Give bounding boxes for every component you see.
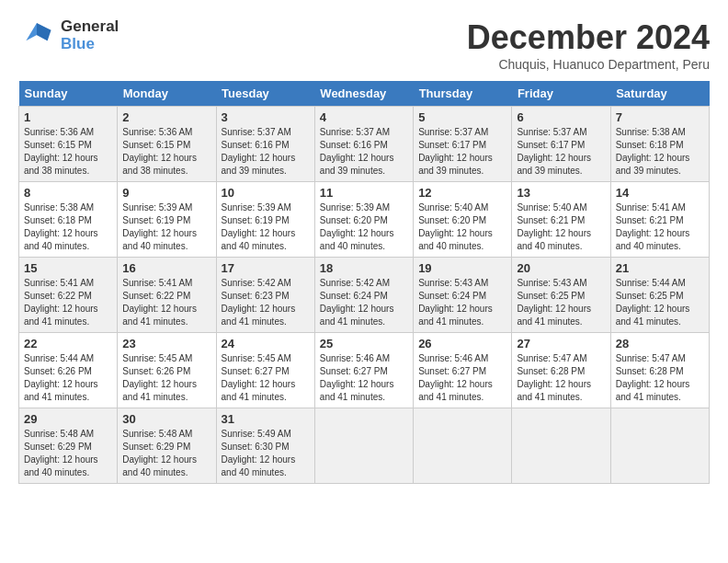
day-info: Sunrise: 5:37 AM Sunset: 6:16 PM Dayligh… — [320, 126, 408, 178]
calendar-week-row: 8Sunrise: 5:38 AM Sunset: 6:18 PM Daylig… — [19, 182, 710, 258]
calendar-cell: 9Sunrise: 5:39 AM Sunset: 6:19 PM Daylig… — [118, 182, 216, 258]
day-number: 26 — [418, 337, 506, 350]
calendar-cell: 31Sunrise: 5:49 AM Sunset: 6:30 PM Dayli… — [216, 408, 314, 484]
day-info: Sunrise: 5:44 AM Sunset: 6:26 PM Dayligh… — [24, 352, 112, 404]
header-day: Tuesday — [216, 81, 314, 107]
day-info: Sunrise: 5:41 AM Sunset: 6:22 PM Dayligh… — [122, 277, 210, 328]
day-info: Sunrise: 5:39 AM Sunset: 6:20 PM Dayligh… — [320, 201, 408, 253]
header-day: Saturday — [610, 81, 709, 107]
day-number: 21 — [616, 261, 704, 275]
day-number: 16 — [122, 261, 210, 275]
day-info: Sunrise: 5:48 AM Sunset: 6:29 PM Dayligh… — [24, 428, 112, 479]
day-info: Sunrise: 5:37 AM Sunset: 6:17 PM Dayligh… — [517, 126, 605, 178]
calendar-cell: 24Sunrise: 5:45 AM Sunset: 6:27 PM Dayli… — [216, 333, 314, 408]
calendar-cell: 22Sunrise: 5:44 AM Sunset: 6:26 PM Dayli… — [19, 333, 118, 408]
day-info: Sunrise: 5:43 AM Sunset: 6:24 PM Dayligh… — [418, 277, 506, 328]
day-number: 15 — [24, 261, 112, 275]
logo-icon — [18, 19, 55, 52]
calendar-cell: 1Sunrise: 5:36 AM Sunset: 6:15 PM Daylig… — [19, 107, 118, 182]
day-info: Sunrise: 5:45 AM Sunset: 6:26 PM Dayligh… — [122, 352, 210, 404]
header-day: Wednesday — [314, 81, 413, 107]
calendar-cell: 29Sunrise: 5:48 AM Sunset: 6:29 PM Dayli… — [19, 408, 118, 484]
calendar-cell: 13Sunrise: 5:40 AM Sunset: 6:21 PM Dayli… — [512, 182, 610, 258]
day-number: 11 — [320, 186, 408, 200]
day-info: Sunrise: 5:36 AM Sunset: 6:15 PM Dayligh… — [122, 126, 210, 178]
day-number: 7 — [616, 110, 704, 124]
logo-text: General Blue — [61, 18, 119, 52]
day-number: 19 — [418, 261, 506, 275]
day-number: 4 — [320, 110, 408, 124]
day-number: 20 — [517, 261, 605, 275]
calendar-cell: 26Sunrise: 5:46 AM Sunset: 6:27 PM Dayli… — [414, 333, 512, 408]
calendar-cell: 14Sunrise: 5:41 AM Sunset: 6:21 PM Dayli… — [610, 182, 709, 258]
calendar-cell: 23Sunrise: 5:45 AM Sunset: 6:26 PM Dayli… — [118, 333, 216, 408]
day-number: 28 — [616, 337, 704, 350]
calendar-cell: 6Sunrise: 5:37 AM Sunset: 6:17 PM Daylig… — [512, 107, 610, 182]
day-info: Sunrise: 5:40 AM Sunset: 6:20 PM Dayligh… — [418, 201, 506, 253]
day-info: Sunrise: 5:47 AM Sunset: 6:28 PM Dayligh… — [616, 352, 704, 404]
day-number: 30 — [122, 412, 210, 426]
calendar-week-row: 22Sunrise: 5:44 AM Sunset: 6:26 PM Dayli… — [19, 333, 710, 408]
day-info: Sunrise: 5:46 AM Sunset: 6:27 PM Dayligh… — [418, 352, 506, 404]
day-number: 22 — [24, 337, 112, 350]
header-day: Friday — [512, 81, 610, 107]
day-number: 31 — [222, 412, 310, 426]
title-block: December 2024 Chuquis, Huanuco Departmen… — [467, 18, 710, 72]
logo: General Blue — [18, 18, 119, 52]
header-day: Sunday — [19, 81, 118, 107]
day-info: Sunrise: 5:48 AM Sunset: 6:29 PM Dayligh… — [122, 428, 210, 479]
day-number: 6 — [517, 110, 605, 124]
day-info: Sunrise: 5:39 AM Sunset: 6:19 PM Dayligh… — [122, 201, 210, 253]
day-number: 29 — [24, 412, 112, 426]
calendar-week-row: 15Sunrise: 5:41 AM Sunset: 6:22 PM Dayli… — [19, 258, 710, 333]
calendar-cell: 18Sunrise: 5:42 AM Sunset: 6:24 PM Dayli… — [314, 258, 413, 333]
day-number: 9 — [122, 186, 210, 200]
calendar-cell: 7Sunrise: 5:38 AM Sunset: 6:18 PM Daylig… — [610, 107, 709, 182]
calendar-cell: 17Sunrise: 5:42 AM Sunset: 6:23 PM Dayli… — [216, 258, 314, 333]
calendar-cell: 16Sunrise: 5:41 AM Sunset: 6:22 PM Dayli… — [118, 258, 216, 333]
page-header: General Blue December 2024 Chuquis, Huan… — [18, 18, 710, 72]
day-info: Sunrise: 5:39 AM Sunset: 6:19 PM Dayligh… — [222, 201, 310, 253]
day-number: 14 — [616, 186, 704, 200]
day-number: 3 — [222, 110, 310, 124]
calendar-cell: 27Sunrise: 5:47 AM Sunset: 6:28 PM Dayli… — [512, 333, 610, 408]
calendar-cell — [610, 408, 709, 484]
day-info: Sunrise: 5:36 AM Sunset: 6:15 PM Dayligh… — [24, 126, 112, 178]
day-info: Sunrise: 5:40 AM Sunset: 6:21 PM Dayligh… — [517, 201, 605, 253]
day-info: Sunrise: 5:38 AM Sunset: 6:18 PM Dayligh… — [616, 126, 704, 178]
day-number: 5 — [418, 110, 506, 124]
day-info: Sunrise: 5:41 AM Sunset: 6:22 PM Dayligh… — [24, 277, 112, 328]
calendar-cell: 30Sunrise: 5:48 AM Sunset: 6:29 PM Dayli… — [118, 408, 216, 484]
day-info: Sunrise: 5:37 AM Sunset: 6:17 PM Dayligh… — [418, 126, 506, 178]
calendar-body: 1Sunrise: 5:36 AM Sunset: 6:15 PM Daylig… — [19, 107, 710, 484]
day-number: 8 — [24, 186, 112, 200]
calendar-cell: 3Sunrise: 5:37 AM Sunset: 6:16 PM Daylig… — [216, 107, 314, 182]
day-number: 17 — [222, 261, 310, 275]
calendar-cell — [414, 408, 512, 484]
calendar-cell: 21Sunrise: 5:44 AM Sunset: 6:25 PM Dayli… — [610, 258, 709, 333]
header-day: Monday — [118, 81, 216, 107]
day-info: Sunrise: 5:37 AM Sunset: 6:16 PM Dayligh… — [222, 126, 310, 178]
calendar-cell: 25Sunrise: 5:46 AM Sunset: 6:27 PM Dayli… — [314, 333, 413, 408]
day-number: 12 — [418, 186, 506, 200]
month-title: December 2024 — [467, 18, 710, 57]
day-info: Sunrise: 5:43 AM Sunset: 6:25 PM Dayligh… — [517, 277, 605, 328]
day-info: Sunrise: 5:47 AM Sunset: 6:28 PM Dayligh… — [517, 352, 605, 404]
day-info: Sunrise: 5:45 AM Sunset: 6:27 PM Dayligh… — [222, 352, 310, 404]
day-info: Sunrise: 5:42 AM Sunset: 6:24 PM Dayligh… — [320, 277, 408, 328]
day-number: 27 — [517, 337, 605, 350]
header-row: SundayMondayTuesdayWednesdayThursdayFrid… — [19, 81, 710, 107]
calendar-cell: 28Sunrise: 5:47 AM Sunset: 6:28 PM Dayli… — [610, 333, 709, 408]
location-text: Chuquis, Huanuco Department, Peru — [467, 57, 710, 72]
calendar-cell: 11Sunrise: 5:39 AM Sunset: 6:20 PM Dayli… — [314, 182, 413, 258]
day-number: 13 — [517, 186, 605, 200]
day-number: 10 — [222, 186, 310, 200]
day-number: 2 — [122, 110, 210, 124]
svg-marker-1 — [37, 23, 51, 40]
calendar-cell: 4Sunrise: 5:37 AM Sunset: 6:16 PM Daylig… — [314, 107, 413, 182]
calendar-cell — [512, 408, 610, 484]
calendar-cell — [314, 408, 413, 484]
calendar-week-row: 29Sunrise: 5:48 AM Sunset: 6:29 PM Dayli… — [19, 408, 710, 484]
calendar-cell: 10Sunrise: 5:39 AM Sunset: 6:19 PM Dayli… — [216, 182, 314, 258]
day-number: 18 — [320, 261, 408, 275]
